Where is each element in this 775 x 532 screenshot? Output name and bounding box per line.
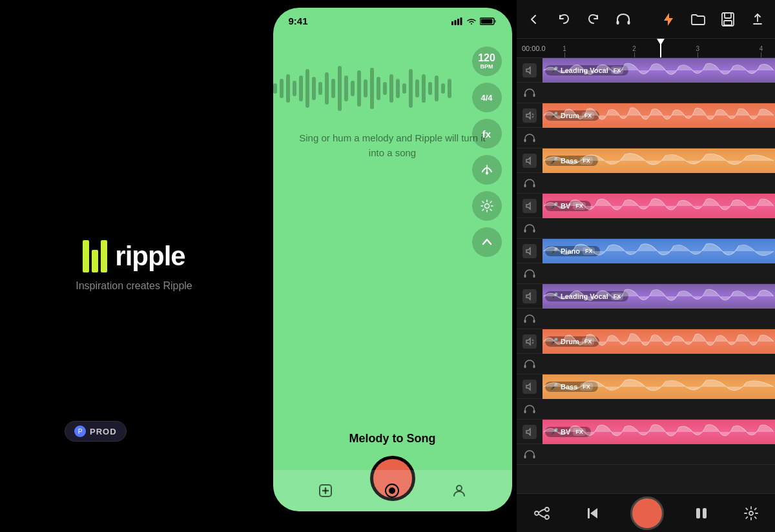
track-mute-bass-1[interactable] xyxy=(517,154,542,168)
daw-toolbar xyxy=(517,0,775,39)
tab-add[interactable] xyxy=(314,479,337,502)
redo-button[interactable] xyxy=(584,10,603,29)
track-solo-bv-2[interactable] xyxy=(517,447,542,462)
left-panel: ripple Inspiration creates Ripple P PROD xyxy=(0,0,268,532)
chevron-up-icon xyxy=(480,236,493,249)
back-button[interactable] xyxy=(524,10,544,29)
track-solo-drum-1[interactable] xyxy=(517,131,542,145)
logo-bar-2 xyxy=(92,250,98,272)
routing-button[interactable] xyxy=(529,500,555,526)
track-row-leading-vocal-1-label: 🎤 Leading Vocal FX xyxy=(517,58,775,83)
svg-rect-2 xyxy=(457,19,459,25)
svg-rect-18 xyxy=(325,72,329,105)
melody-label: Melody to Song xyxy=(349,432,436,445)
track-row-bv-2-label: 🎤 BV FX xyxy=(517,420,775,444)
pause-icon xyxy=(694,506,708,520)
waveform-lv-2: 🎤 Leading Vocal FX xyxy=(542,284,775,309)
track-mute-1[interactable] xyxy=(517,63,542,77)
tab-record[interactable] xyxy=(380,479,404,502)
track-solo-bv-1[interactable] xyxy=(517,221,542,236)
track-row-piano-1-solo xyxy=(517,263,775,284)
folder-button[interactable] xyxy=(688,10,708,29)
svg-rect-48 xyxy=(724,21,732,25)
svg-line-52 xyxy=(532,116,533,118)
daw-record-button[interactable] xyxy=(630,496,664,530)
mute-icon-drum-2[interactable] xyxy=(522,334,537,349)
expand-button[interactable] xyxy=(472,227,502,257)
track-mute-drum-2[interactable] xyxy=(517,334,542,349)
svg-rect-23 xyxy=(357,70,361,107)
headphone-icon-drum-1[interactable] xyxy=(522,131,537,145)
svg-point-43 xyxy=(457,486,462,491)
track-solo-bass-1[interactable] xyxy=(517,176,542,190)
track-mute-lv-2[interactable] xyxy=(517,289,542,303)
mute-icon-lv-2[interactable] xyxy=(522,289,537,303)
waveform-drum-2: 🎤 Drum FX xyxy=(542,329,775,354)
daw-tracks: 🎤 Leading Vocal FX xyxy=(517,58,775,493)
headphone-icon-1[interactable] xyxy=(522,86,537,100)
headphones-button[interactable] xyxy=(614,10,633,29)
lightning-button[interactable] xyxy=(659,10,678,29)
daw-bottom-bar xyxy=(517,493,775,532)
tuner-button[interactable] xyxy=(472,155,502,185)
waveform-visual-lv-2 xyxy=(542,284,775,309)
svg-rect-21 xyxy=(344,76,348,101)
export-button[interactable] xyxy=(748,10,767,29)
track-mute-piano-1[interactable] xyxy=(517,244,542,258)
headphone-icon-drum-2[interactable] xyxy=(522,357,537,371)
time-sig-button[interactable]: 4/4 xyxy=(472,83,502,112)
svg-rect-68 xyxy=(533,410,535,413)
gear-icon xyxy=(480,200,493,212)
headphone-icon-bv-2[interactable] xyxy=(522,447,537,462)
bpm-button[interactable]: 120 BPM xyxy=(472,46,502,76)
skip-back-button[interactable] xyxy=(580,500,606,526)
mute-icon-drum-1[interactable] xyxy=(522,108,537,123)
track-mute-bv-2[interactable] xyxy=(517,425,542,439)
svg-line-64 xyxy=(532,342,533,343)
settings-phone-button[interactable] xyxy=(472,191,502,221)
phone-bottom: Melody to Song xyxy=(273,432,512,511)
track-solo-piano-1[interactable] xyxy=(517,267,542,281)
prod-icon: P xyxy=(74,425,86,437)
waveform-bv-1: 🎤 BV FX xyxy=(542,194,775,218)
mute-icon-1[interactable] xyxy=(522,63,537,77)
tab-profile[interactable] xyxy=(448,479,471,502)
headphone-icon-bass-2[interactable] xyxy=(522,402,537,416)
track-mute-bass-2[interactable] xyxy=(517,380,542,394)
track-solo-1[interactable] xyxy=(517,86,542,100)
svg-rect-26 xyxy=(377,77,380,100)
mute-icon-bass-2[interactable] xyxy=(522,380,537,394)
waveform-leading-vocal-1: 🎤 Leading Vocal FX xyxy=(542,58,775,83)
svg-rect-28 xyxy=(389,74,393,103)
phone-buttons: 120 BPM 4/4 fx xyxy=(472,46,502,257)
headphone-icon-piano-1[interactable] xyxy=(522,267,537,281)
headphone-icon-lv-2[interactable] xyxy=(522,312,537,326)
save-button[interactable] xyxy=(718,10,738,29)
svg-rect-25 xyxy=(370,68,374,109)
ruler-mark-3: 3 xyxy=(696,45,699,52)
headphone-icon-bass-1[interactable] xyxy=(522,176,537,190)
undo-button[interactable] xyxy=(554,10,574,29)
mute-icon-bass-1[interactable] xyxy=(522,154,537,168)
timeline-ruler: 1 2 3 4 xyxy=(559,39,770,57)
mute-icon-piano-1[interactable] xyxy=(522,244,537,258)
headphone-icon-bv-1[interactable] xyxy=(522,221,537,236)
mute-icon-bv-1[interactable] xyxy=(522,199,537,213)
svg-rect-47 xyxy=(725,13,731,18)
wifi-icon xyxy=(466,17,477,25)
svg-point-72 xyxy=(545,507,549,511)
track-mute-drum-1[interactable] xyxy=(517,108,542,123)
track-mute-bv-1[interactable] xyxy=(517,199,542,213)
pause-button[interactable] xyxy=(688,500,714,526)
track-row-bass-2-label: 🎤 Bass FX xyxy=(517,374,775,399)
track-solo-bass-2[interactable] xyxy=(517,402,542,416)
track-solo-lv-2[interactable] xyxy=(517,312,542,326)
ruler-mark-1: 1 xyxy=(563,45,566,52)
mute-icon-bv-2[interactable] xyxy=(522,425,537,439)
fx-button[interactable]: fx xyxy=(472,119,502,148)
daw-settings-button[interactable] xyxy=(739,502,763,525)
svg-point-42 xyxy=(389,487,395,494)
prod-badge[interactable]: P PROD xyxy=(65,421,127,442)
track-solo-drum-2[interactable] xyxy=(517,357,542,371)
record-tab-icon xyxy=(384,483,400,498)
